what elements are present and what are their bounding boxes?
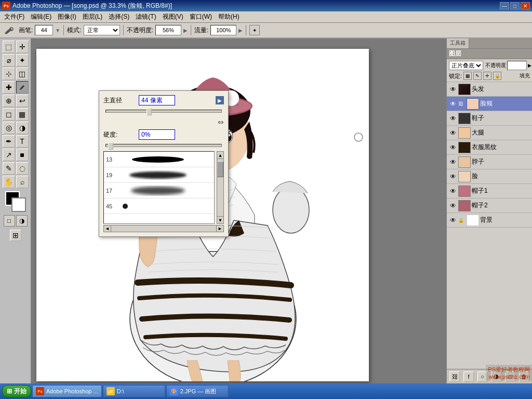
history-brush-tool[interactable]: ↩ (16, 95, 29, 107)
hand-tool[interactable]: ✋ (3, 176, 15, 188)
pen-tool[interactable]: ✒ (3, 135, 15, 148)
layer-item-bg[interactable]: 👁 🔒 背景 (447, 213, 532, 228)
flow-input[interactable] (210, 25, 236, 35)
lock-transparent-btn[interactable]: ▦ (463, 72, 472, 80)
layer-eye-neck[interactable]: 👁 (449, 158, 457, 166)
lock-pixels-btn[interactable]: ✎ (473, 72, 482, 80)
taskbar-explorer[interactable]: 📁 D:\ (103, 385, 165, 397)
diameter-input[interactable] (139, 95, 175, 105)
lasso-tool[interactable]: ⌀ (3, 54, 15, 66)
layer-eye-hat2[interactable]: 👁 (449, 202, 457, 210)
minimize-button[interactable]: — (500, 2, 509, 9)
lock-position-btn[interactable]: ✛ (483, 72, 491, 80)
menu-file[interactable]: 文件(F) (1, 11, 28, 22)
scroll-thumb[interactable] (217, 162, 223, 177)
layer-eye-cheek[interactable]: 👁 (449, 100, 457, 108)
menu-select[interactable]: 选择(S) (105, 11, 132, 22)
magic-wand-tool[interactable]: ✦ (16, 54, 29, 66)
taskbar-paint[interactable]: 🎨 2.JPG — 画图 (166, 385, 229, 397)
layer-item-dress-lines[interactable]: 👁 衣服黑纹 (447, 140, 532, 155)
menu-window[interactable]: 窗口(W) (187, 11, 215, 22)
healing-tool[interactable]: ✚ (3, 81, 15, 94)
layer-eye-face[interactable]: 👁 (449, 172, 457, 181)
layer-item-cheek[interactable]: 👁 ⛓ 脸颊 (447, 97, 532, 111)
layer-eye-hat1[interactable]: 👁 (449, 187, 457, 195)
flow-arrow[interactable]: ▶ (238, 28, 243, 33)
maximize-button[interactable]: □ (510, 2, 520, 9)
hardness-thumb[interactable] (108, 142, 113, 150)
layer-eye-shoes[interactable]: 👁 (449, 114, 457, 123)
layer-item-thigh[interactable]: 👁 大腿 (447, 126, 532, 140)
tools-tab[interactable]: 工具箱 (447, 38, 469, 48)
menu-layer[interactable]: 图层(L) (79, 11, 106, 22)
layer-item-neck[interactable]: 👁 脖子 (447, 155, 532, 169)
start-button[interactable]: ⊞ 开始 (2, 385, 31, 397)
brush-size-input[interactable] (35, 25, 53, 35)
layer-eye-hair[interactable]: 👁 (449, 85, 457, 94)
clone-tool[interactable]: ⊕ (3, 95, 15, 107)
path-select-tool[interactable]: ↗ (3, 149, 15, 161)
slice-tool[interactable]: ◫ (16, 68, 29, 80)
eyedropper-tool[interactable]: ◌ (16, 162, 29, 175)
layer-link-btn[interactable]: ⛓ (449, 371, 460, 382)
menu-filter[interactable]: 滤镜(T) (132, 11, 159, 22)
menu-view[interactable]: 视图(V) (159, 11, 187, 22)
hardness-slider[interactable] (105, 144, 222, 147)
mode-select[interactable]: 正常 正片叠底 (84, 25, 120, 35)
scroll-down[interactable]: ▼ (217, 216, 223, 223)
taskbar-photoshop[interactable]: Ps Adobe Photoshop ... (32, 385, 102, 397)
marquee-tool[interactable]: ⬚ (3, 41, 15, 53)
scroll-up[interactable]: ▲ (217, 152, 223, 159)
brush-tool[interactable] (16, 81, 29, 94)
zoom-tool[interactable]: ⌕ (16, 176, 29, 188)
layer-item-hat2[interactable]: 👁 帽子2 (447, 198, 532, 213)
layer-item-face[interactable]: 👁 脸 (447, 169, 532, 184)
blur-tool[interactable]: ◎ (3, 122, 15, 134)
layer-opacity-input[interactable] (507, 61, 527, 70)
background-color[interactable] (11, 197, 26, 212)
lock-all-btn[interactable]: 🔒 (493, 72, 501, 80)
notes-tool[interactable]: ✎ (3, 162, 15, 175)
layer-item-hair[interactable]: 👁 头发 (447, 82, 532, 97)
layer-mode-select[interactable]: 正片叠底 正常 (449, 61, 483, 70)
move-tool[interactable]: ✛ (16, 41, 29, 53)
airbrush-btn[interactable]: ✦ (249, 25, 260, 35)
layer-item-shoes[interactable]: 👁 鞋子 (447, 111, 532, 126)
hscroll-right[interactable]: ► (216, 225, 223, 232)
diameter-slider[interactable] (105, 110, 222, 113)
diameter-thumb[interactable] (147, 108, 152, 115)
quick-mask[interactable]: ◑ (16, 215, 28, 227)
resize-icon[interactable]: ⇔ (218, 118, 224, 126)
brush-list-scrollbar[interactable]: ▲ ▼ (217, 151, 224, 224)
brush-item-45[interactable]: 45 (104, 198, 214, 214)
brush-item-19[interactable]: 19 (104, 167, 214, 183)
brush-item-13[interactable]: 13 (104, 152, 214, 167)
opacity-arrow[interactable]: ▶ (183, 28, 188, 33)
crop-tool[interactable]: ⊹ (3, 68, 15, 80)
dodge-tool[interactable]: ◑ (16, 122, 29, 134)
brush-list[interactable]: 13 19 (103, 151, 215, 224)
close-button[interactable]: ✕ (521, 2, 530, 9)
brush-item-17[interactable]: 17 (104, 183, 214, 198)
layer-eye-bg[interactable]: 👁 (449, 216, 457, 224)
layer-item-hat1[interactable]: 👁 帽子1 (447, 184, 532, 198)
menu-image[interactable]: 图像(I) (55, 11, 79, 22)
gradient-tool[interactable]: ▦ (16, 108, 29, 121)
text-tool[interactable]: T (16, 135, 29, 148)
layer-eye-thigh[interactable]: 👁 (449, 129, 457, 137)
brush-size-arrow[interactable]: ▼ (55, 28, 60, 33)
hscroll-left[interactable]: ◄ (104, 225, 111, 232)
hardness-input[interactable] (139, 129, 175, 140)
standard-mode[interactable]: □ (4, 215, 15, 227)
menu-edit[interactable]: 编辑(E) (28, 11, 55, 22)
layer-eye-dress-lines[interactable]: 👁 (449, 143, 457, 152)
eraser-tool[interactable]: ◻ (3, 108, 15, 121)
opacity-input[interactable] (155, 25, 181, 35)
brush-popup-hscroll[interactable]: ◄ ► (103, 225, 224, 232)
screen-mode-btn[interactable]: ⊞ (10, 230, 21, 241)
opacity-stepper[interactable]: ▶ (528, 63, 531, 68)
layer-style-btn[interactable]: f (463, 371, 474, 382)
menu-help[interactable]: 帮助(H) (215, 11, 243, 22)
brush-popup-arrow[interactable]: ▶ (216, 96, 224, 104)
shape-tool[interactable]: ■ (16, 149, 29, 161)
